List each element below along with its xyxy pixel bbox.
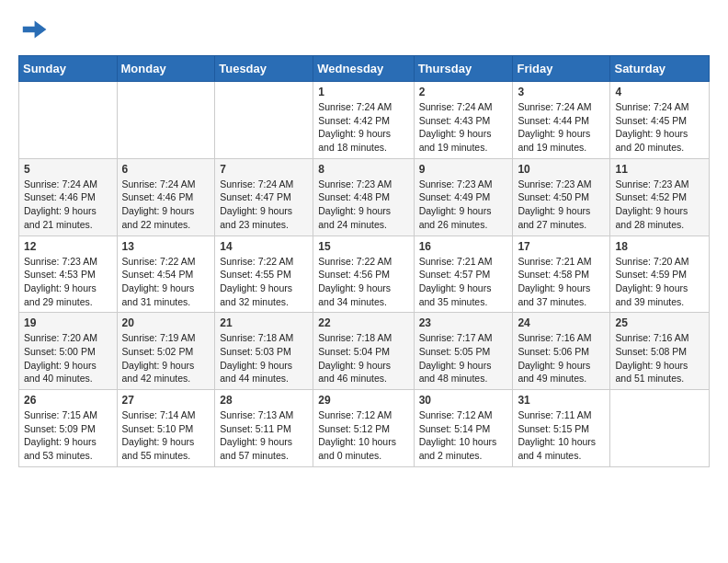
logo [18,15,51,44]
day-of-week-friday: Friday [513,56,610,82]
calendar-day-19: 19Sunrise: 7:20 AM Sunset: 5:00 PM Dayli… [19,313,118,390]
day-number: 11 [615,163,704,176]
day-info: Sunrise: 7:24 AM Sunset: 4:46 PM Dayligh… [122,178,210,232]
day-of-week-monday: Monday [117,56,215,82]
day-info: Sunrise: 7:19 AM Sunset: 5:02 PM Dayligh… [122,331,210,385]
day-number: 12 [24,240,112,253]
day-number: 6 [122,163,210,176]
day-of-week-tuesday: Tuesday [215,56,313,82]
calendar-empty-cell [215,82,313,159]
calendar-day-13: 13Sunrise: 7:22 AM Sunset: 4:54 PM Dayli… [117,236,215,313]
day-info: Sunrise: 7:21 AM Sunset: 4:58 PM Dayligh… [518,255,605,309]
calendar-day-28: 28Sunrise: 7:13 AM Sunset: 5:11 PM Dayli… [215,390,313,467]
calendar-empty-cell [610,390,710,467]
day-info: Sunrise: 7:24 AM Sunset: 4:43 PM Dayligh… [419,100,508,155]
day-number: 3 [518,86,605,98]
day-number: 13 [122,240,210,253]
calendar-day-27: 27Sunrise: 7:14 AM Sunset: 5:10 PM Dayli… [117,390,215,467]
calendar-day-21: 21Sunrise: 7:18 AM Sunset: 5:03 PM Dayli… [215,313,313,390]
calendar-header-row: SundayMondayTuesdayWednesdayThursdayFrid… [19,56,710,82]
day-number: 5 [24,163,112,176]
calendar-day-18: 18Sunrise: 7:20 AM Sunset: 4:59 PM Dayli… [610,236,710,313]
day-info: Sunrise: 7:23 AM Sunset: 4:49 PM Dayligh… [419,178,508,232]
calendar-empty-cell [117,82,215,159]
calendar-week-4: 19Sunrise: 7:20 AM Sunset: 5:00 PM Dayli… [19,313,710,390]
day-number: 28 [220,394,308,407]
day-info: Sunrise: 7:12 AM Sunset: 5:14 PM Dayligh… [419,408,508,463]
calendar-day-6: 6Sunrise: 7:24 AM Sunset: 4:46 PM Daylig… [117,158,215,236]
calendar-day-12: 12Sunrise: 7:23 AM Sunset: 4:53 PM Dayli… [19,236,118,313]
day-number: 22 [318,316,408,329]
day-info: Sunrise: 7:12 AM Sunset: 5:12 PM Dayligh… [318,408,408,463]
calendar-day-29: 29Sunrise: 7:12 AM Sunset: 5:12 PM Dayli… [313,390,414,467]
calendar-week-1: 1Sunrise: 7:24 AM Sunset: 4:42 PM Daylig… [19,82,710,159]
calendar-day-11: 11Sunrise: 7:23 AM Sunset: 4:52 PM Dayli… [610,158,710,236]
day-number: 20 [122,316,210,329]
day-number: 23 [419,316,508,329]
calendar-day-31: 31Sunrise: 7:11 AM Sunset: 5:15 PM Dayli… [513,390,610,467]
day-number: 9 [419,163,508,176]
calendar-week-3: 12Sunrise: 7:23 AM Sunset: 4:53 PM Dayli… [19,236,710,313]
day-number: 15 [318,240,408,253]
day-info: Sunrise: 7:23 AM Sunset: 4:53 PM Dayligh… [24,255,112,309]
day-number: 21 [220,316,308,329]
day-info: Sunrise: 7:24 AM Sunset: 4:44 PM Dayligh… [518,100,605,155]
calendar-week-2: 5Sunrise: 7:24 AM Sunset: 4:46 PM Daylig… [19,158,710,236]
day-info: Sunrise: 7:13 AM Sunset: 5:11 PM Dayligh… [220,408,308,463]
day-number: 27 [122,394,210,407]
calendar-day-25: 25Sunrise: 7:16 AM Sunset: 5:08 PM Dayli… [610,313,710,390]
day-number: 7 [220,163,308,176]
day-number: 17 [518,240,605,253]
calendar-day-4: 4Sunrise: 7:24 AM Sunset: 4:45 PM Daylig… [610,82,710,159]
day-number: 24 [518,316,605,329]
day-info: Sunrise: 7:20 AM Sunset: 5:00 PM Dayligh… [24,331,112,385]
day-of-week-wednesday: Wednesday [313,56,414,82]
day-info: Sunrise: 7:24 AM Sunset: 4:45 PM Dayligh… [615,100,704,155]
day-info: Sunrise: 7:16 AM Sunset: 5:08 PM Dayligh… [615,331,704,385]
calendar: SundayMondayTuesdayWednesdayThursdayFrid… [18,55,710,467]
calendar-day-26: 26Sunrise: 7:15 AM Sunset: 5:09 PM Dayli… [19,390,118,467]
day-number: 25 [615,316,704,329]
day-info: Sunrise: 7:16 AM Sunset: 5:06 PM Dayligh… [518,331,605,385]
day-number: 31 [518,394,605,407]
day-number: 1 [318,86,408,98]
day-info: Sunrise: 7:22 AM Sunset: 4:55 PM Dayligh… [220,255,308,309]
day-of-week-sunday: Sunday [19,56,118,82]
day-info: Sunrise: 7:15 AM Sunset: 5:09 PM Dayligh… [24,408,112,463]
day-info: Sunrise: 7:17 AM Sunset: 5:05 PM Dayligh… [419,331,508,385]
calendar-day-10: 10Sunrise: 7:23 AM Sunset: 4:50 PM Dayli… [513,158,610,236]
calendar-day-17: 17Sunrise: 7:21 AM Sunset: 4:58 PM Dayli… [513,236,610,313]
day-info: Sunrise: 7:23 AM Sunset: 4:48 PM Dayligh… [318,178,408,232]
day-info: Sunrise: 7:24 AM Sunset: 4:47 PM Dayligh… [220,178,308,232]
day-info: Sunrise: 7:24 AM Sunset: 4:46 PM Dayligh… [24,178,112,232]
day-number: 4 [615,86,704,98]
calendar-week-5: 26Sunrise: 7:15 AM Sunset: 5:09 PM Dayli… [19,390,710,467]
day-number: 19 [24,316,112,329]
page: SundayMondayTuesdayWednesdayThursdayFrid… [0,0,728,482]
day-info: Sunrise: 7:18 AM Sunset: 5:03 PM Dayligh… [220,331,308,385]
logo-icon [18,15,48,44]
day-info: Sunrise: 7:22 AM Sunset: 4:54 PM Dayligh… [122,255,210,309]
calendar-day-30: 30Sunrise: 7:12 AM Sunset: 5:14 PM Dayli… [414,390,513,467]
day-number: 10 [518,163,605,176]
day-number: 8 [318,163,408,176]
day-info: Sunrise: 7:23 AM Sunset: 4:52 PM Dayligh… [615,178,704,232]
calendar-day-15: 15Sunrise: 7:22 AM Sunset: 4:56 PM Dayli… [313,236,414,313]
calendar-day-5: 5Sunrise: 7:24 AM Sunset: 4:46 PM Daylig… [19,158,118,236]
day-info: Sunrise: 7:23 AM Sunset: 4:50 PM Dayligh… [518,178,605,232]
day-number: 30 [419,394,508,407]
day-number: 14 [220,240,308,253]
day-of-week-saturday: Saturday [610,56,710,82]
calendar-day-22: 22Sunrise: 7:18 AM Sunset: 5:04 PM Dayli… [313,313,414,390]
day-info: Sunrise: 7:22 AM Sunset: 4:56 PM Dayligh… [318,255,408,309]
day-info: Sunrise: 7:18 AM Sunset: 5:04 PM Dayligh… [318,331,408,385]
day-info: Sunrise: 7:11 AM Sunset: 5:15 PM Dayligh… [518,408,605,463]
day-number: 29 [318,394,408,407]
day-number: 2 [419,86,508,98]
day-info: Sunrise: 7:20 AM Sunset: 4:59 PM Dayligh… [615,255,704,309]
calendar-day-14: 14Sunrise: 7:22 AM Sunset: 4:55 PM Dayli… [215,236,313,313]
day-info: Sunrise: 7:24 AM Sunset: 4:42 PM Dayligh… [318,100,408,155]
day-info: Sunrise: 7:14 AM Sunset: 5:10 PM Dayligh… [122,408,210,463]
calendar-day-24: 24Sunrise: 7:16 AM Sunset: 5:06 PM Dayli… [513,313,610,390]
header [18,15,710,44]
